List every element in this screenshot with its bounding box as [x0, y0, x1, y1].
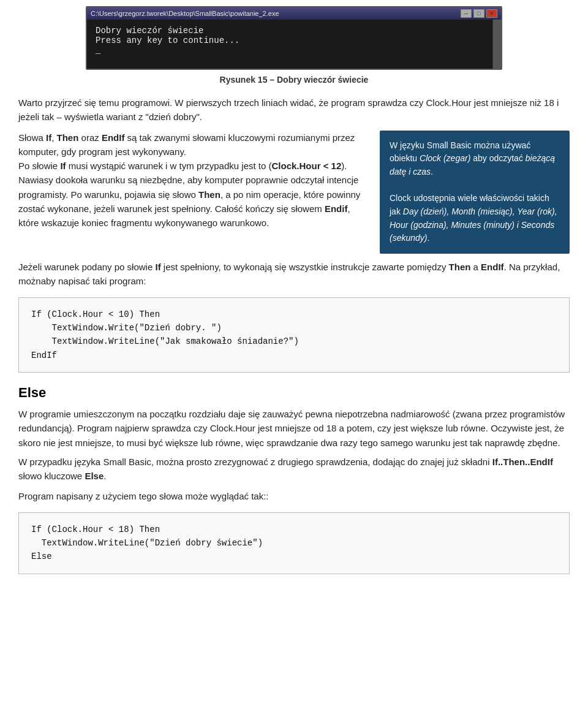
condition-paragraph-wrapper: Jeżeli warunek podany po słowie If jest …: [18, 260, 570, 289]
window-body: Dobry wieczór świecie Press any key to c…: [87, 20, 501, 69]
keyword-if-3: If: [155, 262, 160, 272]
program-napisany-wrapper: Program napisany z użyciem tego słowa mo…: [18, 489, 570, 503]
keyword-then: Then: [57, 132, 79, 143]
restore-button[interactable]: □: [473, 9, 484, 18]
program-napisany-paragraph: Program napisany z użyciem tego słowa mo…: [18, 489, 570, 503]
code-clock-hour: Clock.Hour < 12: [272, 161, 342, 171]
window-title-text: C:\Users\grzegorz.tworek\Desktop\SmallBa…: [91, 10, 279, 17]
keyword-if-then-endif: If..Then..EndIf: [492, 457, 553, 467]
code-line-2: TextWindow.Write("Dzień dobry. "): [31, 321, 557, 335]
code2-line-2: TextWindow.WriteLine("Dzień dobry świeci…: [31, 536, 557, 550]
code-block-2: If (Clock.Hour < 18) Then TextWindow.Wri…: [18, 512, 570, 574]
keyword-then-2: Then: [198, 189, 221, 200]
col-right-p2: Clock udostępnia wiele właściwości takic…: [390, 192, 560, 245]
code2-line-1: If (Clock.Hour < 18) Then: [31, 523, 557, 536]
code-line-4: EndIf: [31, 349, 557, 362]
else-text-wrapper: W programie umieszczonym na początku roz…: [18, 407, 570, 483]
col-left-p2: Po słowie If musi wystąpić warunek i w t…: [18, 159, 368, 173]
figure-caption: Rysunek 15 – Dobry wieczór świecie: [220, 75, 369, 85]
intro-text: Warto przyjrzeć się temu programowi. W p…: [18, 96, 570, 124]
keyword-endif-2: Endif: [325, 203, 348, 214]
window-screenshot: C:\Users\grzegorz.tworek\Desktop\SmallBa…: [86, 6, 502, 70]
else-heading: Else: [18, 385, 570, 401]
else-paragraph-2: W przypadku języka Small Basic, można pr…: [18, 455, 570, 484]
window-titlebar: C:\Users\grzegorz.tworek\Desktop\SmallBa…: [87, 7, 501, 20]
keyword-if-2: If: [60, 161, 66, 171]
intro-paragraph: Warto przyjrzeć się temu programowi. W p…: [18, 96, 570, 124]
output-line-2: Press any key to continue...: [96, 36, 484, 45]
minimize-button[interactable]: ─: [461, 9, 472, 18]
col-left-p1: Słowa If, Then oraz EndIf są tak zwanymi…: [18, 131, 368, 159]
clock-object-ref: Clock (zegar): [420, 153, 470, 163]
keyword-endif-3: EndIf: [481, 262, 504, 272]
else-paragraph-1: W programie umieszczonym na początku roz…: [18, 407, 570, 450]
condition-paragraph: Jeżeli warunek podany po słowie If jest …: [18, 260, 570, 289]
datetime-ref: bieżącą datę i czas: [390, 153, 555, 176]
two-column-section: Słowa If, Then oraz EndIf są tak zwanymi…: [18, 131, 570, 254]
col-left-p3: Nawiasy dookoła warunku są niezbędne, ab…: [18, 173, 368, 230]
code-line-1: If (Clock.Hour < 10) Then: [31, 308, 557, 321]
left-column: Słowa If, Then oraz EndIf są tak zwanymi…: [18, 131, 368, 254]
right-column-info: W języku Small Basic można używać obiekt…: [380, 131, 570, 254]
keyword-then-3: Then: [449, 262, 471, 272]
code-block-1: If (Clock.Hour < 10) Then TextWindow.Wri…: [18, 297, 570, 373]
output-line-3: _: [96, 45, 484, 55]
properties-ref: Day (dzień), Month (miesiąc), Year (rok)…: [390, 207, 557, 243]
figure-container: C:\Users\grzegorz.tworek\Desktop\SmallBa…: [18, 6, 570, 85]
keyword-else: Else: [85, 471, 104, 481]
code-line-3: TextWindow.WriteLine("Jak smakowało śnia…: [31, 335, 557, 348]
close-button[interactable]: ✕: [486, 9, 497, 18]
keyword-if: If: [46, 132, 51, 143]
window-output: Dobry wieczór świecie Press any key to c…: [87, 20, 492, 69]
output-line-1: Dobry wieczór świecie: [96, 26, 484, 36]
scrollbar[interactable]: [492, 20, 501, 69]
window-controls: ─ □ ✕: [461, 9, 497, 18]
window-content-area: Dobry wieczór świecie Press any key to c…: [87, 20, 492, 69]
col-right-p1: W języku Small Basic można używać obiekt…: [390, 139, 560, 179]
code2-line-3: Else: [31, 550, 557, 563]
keyword-endif: EndIf: [102, 132, 125, 143]
